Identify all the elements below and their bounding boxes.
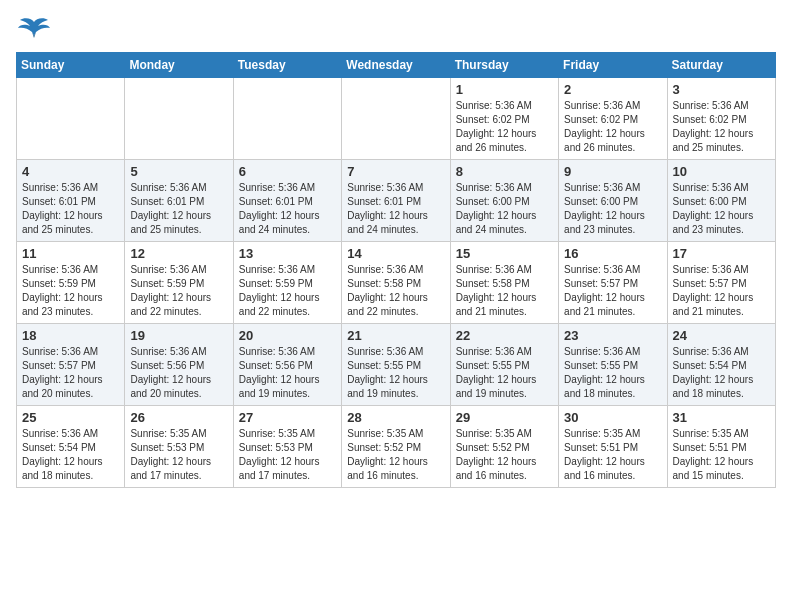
day-info: Sunrise: 5:35 AM Sunset: 5:52 PM Dayligh… xyxy=(456,427,553,483)
day-number: 31 xyxy=(673,410,770,425)
calendar-cell: 15Sunrise: 5:36 AM Sunset: 5:58 PM Dayli… xyxy=(450,242,558,324)
calendar-cell: 28Sunrise: 5:35 AM Sunset: 5:52 PM Dayli… xyxy=(342,406,450,488)
day-number: 15 xyxy=(456,246,553,261)
calendar-cell: 5Sunrise: 5:36 AM Sunset: 6:01 PM Daylig… xyxy=(125,160,233,242)
day-info: Sunrise: 5:36 AM Sunset: 5:54 PM Dayligh… xyxy=(673,345,770,401)
day-number: 1 xyxy=(456,82,553,97)
calendar-week-row: 1Sunrise: 5:36 AM Sunset: 6:02 PM Daylig… xyxy=(17,78,776,160)
day-info: Sunrise: 5:36 AM Sunset: 6:01 PM Dayligh… xyxy=(130,181,227,237)
day-info: Sunrise: 5:36 AM Sunset: 5:57 PM Dayligh… xyxy=(564,263,661,319)
day-info: Sunrise: 5:36 AM Sunset: 5:56 PM Dayligh… xyxy=(130,345,227,401)
calendar-cell: 11Sunrise: 5:36 AM Sunset: 5:59 PM Dayli… xyxy=(17,242,125,324)
day-number: 4 xyxy=(22,164,119,179)
calendar-week-row: 25Sunrise: 5:36 AM Sunset: 5:54 PM Dayli… xyxy=(17,406,776,488)
calendar-cell: 1Sunrise: 5:36 AM Sunset: 6:02 PM Daylig… xyxy=(450,78,558,160)
calendar-cell: 30Sunrise: 5:35 AM Sunset: 5:51 PM Dayli… xyxy=(559,406,667,488)
day-number: 26 xyxy=(130,410,227,425)
calendar-cell: 13Sunrise: 5:36 AM Sunset: 5:59 PM Dayli… xyxy=(233,242,341,324)
calendar-cell: 19Sunrise: 5:36 AM Sunset: 5:56 PM Dayli… xyxy=(125,324,233,406)
weekday-header-wednesday: Wednesday xyxy=(342,53,450,78)
day-number: 3 xyxy=(673,82,770,97)
calendar-cell: 2Sunrise: 5:36 AM Sunset: 6:02 PM Daylig… xyxy=(559,78,667,160)
logo-icon xyxy=(16,16,52,44)
day-info: Sunrise: 5:36 AM Sunset: 6:01 PM Dayligh… xyxy=(22,181,119,237)
day-info: Sunrise: 5:36 AM Sunset: 6:01 PM Dayligh… xyxy=(347,181,444,237)
calendar-cell: 20Sunrise: 5:36 AM Sunset: 5:56 PM Dayli… xyxy=(233,324,341,406)
calendar-cell: 14Sunrise: 5:36 AM Sunset: 5:58 PM Dayli… xyxy=(342,242,450,324)
day-number: 21 xyxy=(347,328,444,343)
day-info: Sunrise: 5:36 AM Sunset: 5:58 PM Dayligh… xyxy=(456,263,553,319)
calendar-body: 1Sunrise: 5:36 AM Sunset: 6:02 PM Daylig… xyxy=(17,78,776,488)
day-info: Sunrise: 5:36 AM Sunset: 6:00 PM Dayligh… xyxy=(673,181,770,237)
day-info: Sunrise: 5:35 AM Sunset: 5:51 PM Dayligh… xyxy=(673,427,770,483)
page-header xyxy=(16,16,776,44)
calendar-header-row: SundayMondayTuesdayWednesdayThursdayFrid… xyxy=(17,53,776,78)
weekday-header-tuesday: Tuesday xyxy=(233,53,341,78)
logo xyxy=(16,16,56,44)
day-number: 2 xyxy=(564,82,661,97)
day-number: 24 xyxy=(673,328,770,343)
weekday-header-friday: Friday xyxy=(559,53,667,78)
calendar-cell: 8Sunrise: 5:36 AM Sunset: 6:00 PM Daylig… xyxy=(450,160,558,242)
day-number: 9 xyxy=(564,164,661,179)
day-number: 7 xyxy=(347,164,444,179)
calendar-cell xyxy=(17,78,125,160)
day-number: 11 xyxy=(22,246,119,261)
calendar-cell: 6Sunrise: 5:36 AM Sunset: 6:01 PM Daylig… xyxy=(233,160,341,242)
calendar-cell: 10Sunrise: 5:36 AM Sunset: 6:00 PM Dayli… xyxy=(667,160,775,242)
day-info: Sunrise: 5:36 AM Sunset: 5:54 PM Dayligh… xyxy=(22,427,119,483)
day-number: 18 xyxy=(22,328,119,343)
day-info: Sunrise: 5:36 AM Sunset: 5:55 PM Dayligh… xyxy=(347,345,444,401)
calendar-week-row: 4Sunrise: 5:36 AM Sunset: 6:01 PM Daylig… xyxy=(17,160,776,242)
day-info: Sunrise: 5:36 AM Sunset: 6:00 PM Dayligh… xyxy=(564,181,661,237)
day-info: Sunrise: 5:35 AM Sunset: 5:52 PM Dayligh… xyxy=(347,427,444,483)
calendar-cell: 17Sunrise: 5:36 AM Sunset: 5:57 PM Dayli… xyxy=(667,242,775,324)
weekday-header-monday: Monday xyxy=(125,53,233,78)
calendar-cell: 12Sunrise: 5:36 AM Sunset: 5:59 PM Dayli… xyxy=(125,242,233,324)
calendar-cell: 29Sunrise: 5:35 AM Sunset: 5:52 PM Dayli… xyxy=(450,406,558,488)
day-info: Sunrise: 5:36 AM Sunset: 6:02 PM Dayligh… xyxy=(564,99,661,155)
calendar-cell: 23Sunrise: 5:36 AM Sunset: 5:55 PM Dayli… xyxy=(559,324,667,406)
day-number: 6 xyxy=(239,164,336,179)
calendar-table: SundayMondayTuesdayWednesdayThursdayFrid… xyxy=(16,52,776,488)
calendar-cell: 21Sunrise: 5:36 AM Sunset: 5:55 PM Dayli… xyxy=(342,324,450,406)
day-number: 17 xyxy=(673,246,770,261)
day-number: 30 xyxy=(564,410,661,425)
day-number: 25 xyxy=(22,410,119,425)
day-info: Sunrise: 5:35 AM Sunset: 5:53 PM Dayligh… xyxy=(239,427,336,483)
calendar-cell: 16Sunrise: 5:36 AM Sunset: 5:57 PM Dayli… xyxy=(559,242,667,324)
day-number: 10 xyxy=(673,164,770,179)
calendar-cell: 27Sunrise: 5:35 AM Sunset: 5:53 PM Dayli… xyxy=(233,406,341,488)
day-info: Sunrise: 5:35 AM Sunset: 5:53 PM Dayligh… xyxy=(130,427,227,483)
day-number: 23 xyxy=(564,328,661,343)
weekday-header-saturday: Saturday xyxy=(667,53,775,78)
calendar-cell xyxy=(342,78,450,160)
day-info: Sunrise: 5:35 AM Sunset: 5:51 PM Dayligh… xyxy=(564,427,661,483)
calendar-week-row: 18Sunrise: 5:36 AM Sunset: 5:57 PM Dayli… xyxy=(17,324,776,406)
calendar-cell xyxy=(125,78,233,160)
day-number: 22 xyxy=(456,328,553,343)
calendar-cell: 7Sunrise: 5:36 AM Sunset: 6:01 PM Daylig… xyxy=(342,160,450,242)
calendar-cell: 22Sunrise: 5:36 AM Sunset: 5:55 PM Dayli… xyxy=(450,324,558,406)
calendar-cell: 18Sunrise: 5:36 AM Sunset: 5:57 PM Dayli… xyxy=(17,324,125,406)
day-info: Sunrise: 5:36 AM Sunset: 5:57 PM Dayligh… xyxy=(673,263,770,319)
day-info: Sunrise: 5:36 AM Sunset: 5:55 PM Dayligh… xyxy=(564,345,661,401)
day-info: Sunrise: 5:36 AM Sunset: 5:59 PM Dayligh… xyxy=(130,263,227,319)
calendar-cell: 3Sunrise: 5:36 AM Sunset: 6:02 PM Daylig… xyxy=(667,78,775,160)
day-number: 8 xyxy=(456,164,553,179)
day-number: 12 xyxy=(130,246,227,261)
weekday-header-sunday: Sunday xyxy=(17,53,125,78)
day-info: Sunrise: 5:36 AM Sunset: 6:02 PM Dayligh… xyxy=(456,99,553,155)
day-info: Sunrise: 5:36 AM Sunset: 6:00 PM Dayligh… xyxy=(456,181,553,237)
day-info: Sunrise: 5:36 AM Sunset: 6:02 PM Dayligh… xyxy=(673,99,770,155)
calendar-week-row: 11Sunrise: 5:36 AM Sunset: 5:59 PM Dayli… xyxy=(17,242,776,324)
calendar-cell: 26Sunrise: 5:35 AM Sunset: 5:53 PM Dayli… xyxy=(125,406,233,488)
day-info: Sunrise: 5:36 AM Sunset: 5:56 PM Dayligh… xyxy=(239,345,336,401)
weekday-header-thursday: Thursday xyxy=(450,53,558,78)
calendar-cell: 9Sunrise: 5:36 AM Sunset: 6:00 PM Daylig… xyxy=(559,160,667,242)
day-info: Sunrise: 5:36 AM Sunset: 5:59 PM Dayligh… xyxy=(239,263,336,319)
calendar-cell: 31Sunrise: 5:35 AM Sunset: 5:51 PM Dayli… xyxy=(667,406,775,488)
day-number: 29 xyxy=(456,410,553,425)
day-number: 14 xyxy=(347,246,444,261)
day-number: 16 xyxy=(564,246,661,261)
